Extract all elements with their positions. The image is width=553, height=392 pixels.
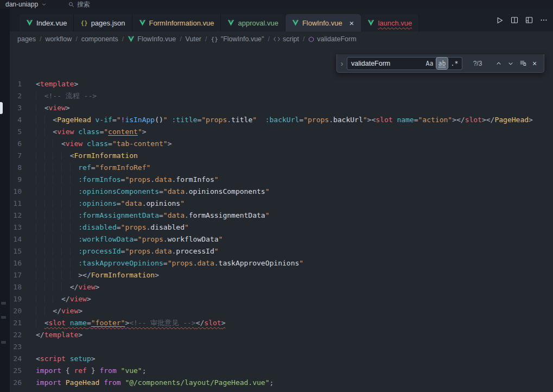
- line-number: 21: [10, 317, 36, 329]
- code-line[interactable]: 11 :opinions="data.opinions": [10, 198, 553, 210]
- breadcrumb-item-Vuter[interactable]: Vuter: [186, 35, 201, 43]
- toggle-replace-chevron[interactable]: ›: [337, 59, 347, 68]
- project-name[interactable]: dan-uniapp: [5, 1, 38, 8]
- code-line-text: :workflowData="props.workflowData": [36, 233, 223, 245]
- tab-label: FlowInfo.vue: [302, 19, 342, 27]
- global-search[interactable]: 搜索: [68, 0, 90, 9]
- tab-label: FormInformation.vue: [149, 19, 214, 27]
- line-number: 14: [10, 233, 36, 245]
- line-number: 15: [10, 245, 36, 257]
- next-match-button[interactable]: [505, 58, 517, 69]
- breadcrumb-label: Vuter: [186, 35, 201, 43]
- chevron-down-icon[interactable]: [41, 2, 47, 7]
- code-line-text: import { ref } from "vue";: [36, 365, 147, 377]
- whole-word-button[interactable]: ab: [436, 58, 448, 69]
- tab-Index.vue[interactable]: Index.vue: [20, 14, 74, 31]
- code-line-text: ref="formInfoRef": [36, 162, 150, 174]
- tab-pages.json[interactable]: {}pages.json: [74, 14, 132, 31]
- method-icon: [308, 36, 314, 42]
- line-number: 18: [10, 281, 36, 293]
- code-line[interactable]: 18 </view>: [10, 281, 553, 293]
- code-line-text: <PageHead v-if="!isInApp()" :title="prop…: [36, 114, 533, 126]
- code-line[interactable]: 16 :taskApproveOpinions="props.data.task…: [10, 257, 553, 269]
- line-number: 17: [10, 269, 36, 281]
- code-line[interactable]: 13 :disabled="props.disabled": [10, 222, 553, 233]
- line-number: 2: [10, 90, 36, 102]
- code-line[interactable]: 25import { ref } from "vue";: [10, 365, 553, 377]
- breadcrumb-label: "FlowInfo.vue": [221, 35, 264, 43]
- match-case-button[interactable]: Aa: [424, 58, 435, 69]
- breadcrumb-item-script[interactable]: script: [274, 35, 299, 43]
- line-number: 3: [10, 102, 36, 114]
- code-line[interactable]: 4 <PageHead v-if="!isInApp()" :title="pr…: [10, 114, 553, 126]
- code-line[interactable]: 3 <view>: [10, 102, 553, 114]
- code-line-text: <view class="tab-content">: [36, 138, 171, 150]
- find-input[interactable]: [351, 60, 423, 67]
- code-editor[interactable]: 1<template>2 <!-- 流程 -->3 <view>4 <PageH…: [10, 47, 553, 389]
- code-line-text: ></FormInformation>: [36, 269, 159, 281]
- split-editor-button[interactable]: [511, 16, 518, 24]
- code-line[interactable]: 20 </view>: [10, 305, 553, 317]
- line-number: 9: [10, 174, 36, 186]
- code-line[interactable]: 14 :workflowData="props.workflowData": [10, 233, 553, 245]
- tab-launch.vue[interactable]: launch.vue: [361, 14, 419, 31]
- code-line[interactable]: 9 :formInfos="props.data.formInfos": [10, 174, 553, 186]
- tab-close-button[interactable]: ×: [349, 19, 354, 27]
- breadcrumb-item-validateForm[interactable]: validateForm: [308, 35, 356, 43]
- tab-FormInformation.vue[interactable]: FormInformation.vue: [132, 14, 221, 31]
- breadcrumb-separator: /: [268, 35, 270, 43]
- vue-file-icon: [227, 20, 234, 26]
- breadcrumb: pages/workflow/components/FlowInfo.vue/V…: [10, 31, 553, 47]
- line-number: 10: [10, 186, 36, 198]
- code-line[interactable]: 10 :opinionsComponents="data.opinionsCom…: [10, 186, 553, 198]
- code-line-text: <view>: [36, 102, 70, 114]
- regex-button[interactable]: .*: [449, 58, 460, 69]
- line-number: 1: [10, 78, 36, 90]
- customize-layout-button[interactable]: [525, 16, 533, 24]
- find-in-selection-button[interactable]: [517, 58, 529, 69]
- breadcrumb-item-pages[interactable]: pages: [17, 35, 36, 43]
- code-line[interactable]: 6 <view class="tab-content">: [10, 138, 553, 150]
- line-number: 13: [10, 222, 36, 233]
- previous-match-button[interactable]: [493, 58, 505, 69]
- code-line[interactable]: 26import PageHead from "@/components/lay…: [10, 377, 553, 389]
- line-number: 12: [10, 210, 36, 222]
- code-line[interactable]: 5 <view class="content">: [10, 126, 553, 138]
- breadcrumb-label: FlowInfo.vue: [137, 35, 176, 43]
- code-line[interactable]: 24<script setup>: [10, 353, 553, 365]
- code-line[interactable]: 17 ></FormInformation>: [10, 269, 553, 281]
- code-line[interactable]: 22</template>: [10, 329, 553, 341]
- code-line[interactable]: 2 <!-- 流程 -->: [10, 90, 553, 102]
- more-actions-button[interactable]: [540, 16, 548, 24]
- tab-label: launch.vue: [378, 19, 412, 27]
- breadcrumb-separator: /: [75, 35, 77, 43]
- breadcrumb-item-FlowInfo.vue[interactable]: {}"FlowInfo.vue": [211, 35, 264, 43]
- tab-label: approval.vue: [238, 19, 278, 27]
- code-line[interactable]: 1<template>: [10, 78, 553, 90]
- code-line-text: :opinionsComponents="data.opinionsCompon…: [36, 186, 270, 198]
- code-line-text: </template>: [36, 329, 82, 341]
- line-number: 23: [10, 341, 36, 353]
- code-line[interactable]: 15 :processId="props.data.processId": [10, 245, 553, 257]
- json-file-icon: {}: [80, 20, 87, 27]
- code-line[interactable]: 7 <FormInformation: [10, 150, 553, 162]
- line-number: 24: [10, 353, 36, 365]
- breadcrumb-item-components[interactable]: components: [81, 35, 118, 43]
- code-line[interactable]: 12 :formAssignmentData="data.formAssignm…: [10, 210, 553, 222]
- code-line[interactable]: 23: [10, 341, 553, 353]
- breadcrumb-label: validateForm: [317, 35, 356, 43]
- breadcrumb-item-workflow[interactable]: workflow: [46, 35, 72, 43]
- line-number: 5: [10, 126, 36, 138]
- code-line[interactable]: 8 ref="formInfoRef": [10, 162, 553, 174]
- tab-approval.vue[interactable]: approval.vue: [221, 14, 285, 31]
- line-number: 25: [10, 365, 36, 377]
- close-find-button[interactable]: ×: [529, 58, 541, 69]
- run-button[interactable]: [495, 16, 504, 24]
- line-number: 4: [10, 114, 36, 126]
- code-line[interactable]: 21 <slot name="footer"><!-- 审批意见 --></sl…: [10, 317, 553, 329]
- breadcrumb-item-FlowInfo.vue[interactable]: FlowInfo.vue: [128, 35, 176, 43]
- tab-FlowInfo.vue[interactable]: FlowInfo.vue×: [285, 14, 361, 31]
- code-line[interactable]: 19 </view>: [10, 293, 553, 305]
- breadcrumb-label: workflow: [46, 35, 72, 43]
- breadcrumb-label: components: [81, 35, 118, 43]
